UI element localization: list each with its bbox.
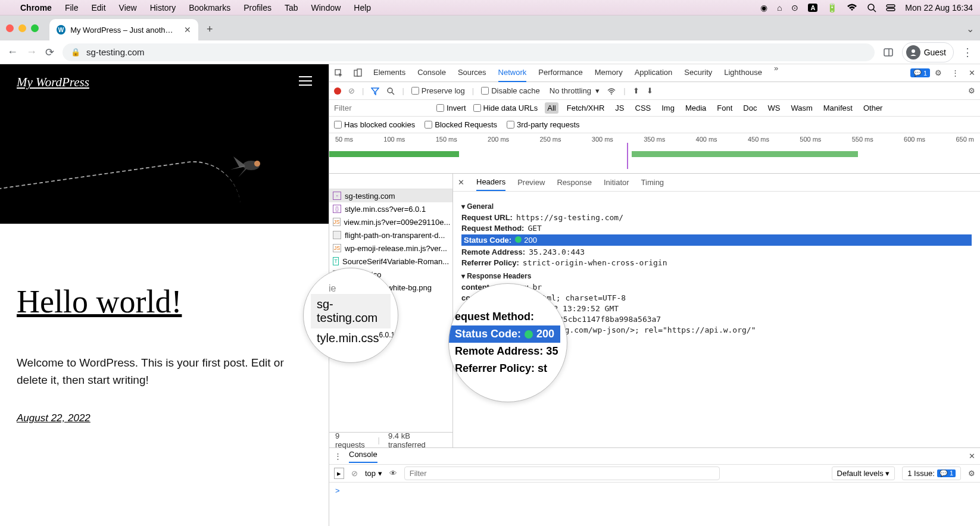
filter-type-other[interactable]: Other	[861, 102, 885, 114]
console-context-select[interactable]: top ▾	[365, 469, 382, 478]
battery-icon[interactable]: 🔋	[827, 3, 837, 12]
status-icon[interactable]: ◉	[760, 3, 767, 12]
hide-data-urls-checkbox[interactable]: Hide data URLs	[473, 104, 538, 112]
filter-type-js[interactable]: JS	[613, 102, 626, 114]
devtools-tab-sources[interactable]: Sources	[458, 64, 486, 82]
throttling-select[interactable]: No throttling ▾	[550, 86, 600, 95]
minimize-window-button[interactable]	[18, 24, 26, 32]
back-button[interactable]: ←	[7, 46, 18, 58]
preserve-log-checkbox[interactable]: Preserve log	[411, 86, 465, 95]
menu-help[interactable]: Help	[354, 3, 371, 12]
import-har-button[interactable]: ⬆	[633, 86, 639, 95]
filter-type-ws[interactable]: WS	[765, 102, 782, 114]
console-settings-button[interactable]: ⚙	[968, 469, 975, 478]
menu-view[interactable]: View	[119, 3, 137, 12]
detail-tab-preview[interactable]: Preview	[517, 174, 545, 190]
menu-bookmarks[interactable]: Bookmarks	[189, 3, 230, 12]
wifi-icon[interactable]	[847, 4, 857, 12]
export-har-button[interactable]: ⬇	[647, 86, 653, 95]
record-button[interactable]	[334, 87, 341, 95]
close-window-button[interactable]	[6, 24, 14, 32]
devtools-tab-console[interactable]: Console	[417, 64, 446, 82]
detail-tab-timing[interactable]: Timing	[641, 174, 664, 190]
filter-type-font[interactable]: Font	[714, 102, 735, 114]
console-issues-button[interactable]: 1 Issue: 💬 1	[902, 466, 961, 480]
profile-button[interactable]: Guest	[902, 42, 954, 62]
address-bar[interactable]: 🔒 sg-testing.com	[63, 43, 875, 61]
post-title[interactable]: Hello world!	[17, 283, 312, 320]
devtools-tab-network[interactable]: Network	[498, 64, 527, 82]
close-tab-button[interactable]: ✕	[184, 25, 191, 35]
disable-cache-checkbox[interactable]: Disable cache	[481, 86, 540, 95]
devtools-settings-button[interactable]: ⚙	[930, 68, 947, 77]
filter-toggle-button[interactable]	[371, 87, 379, 95]
devtools-more-tabs[interactable]: »	[774, 64, 778, 82]
inspect-element-button[interactable]	[329, 68, 348, 78]
third-party-checkbox[interactable]: 3rd-party requests	[507, 120, 580, 129]
menu-file[interactable]: File	[65, 3, 79, 12]
forward-button[interactable]: →	[26, 46, 37, 58]
devtools-tab-elements[interactable]: Elements	[373, 64, 405, 82]
filter-type-wasm[interactable]: Wasm	[788, 102, 814, 114]
issues-badge[interactable]: 💬 1	[910, 68, 930, 77]
live-expression-button[interactable]: 👁	[389, 469, 397, 478]
request-row[interactable]: ▫sg-testing.com	[329, 189, 452, 202]
chrome-menu-button[interactable]: ⋮	[962, 46, 973, 59]
devtools-tab-memory[interactable]: Memory	[595, 64, 623, 82]
search-icon[interactable]	[867, 3, 876, 12]
reload-button[interactable]: ⟳	[45, 46, 54, 59]
status-icon[interactable]: ⊙	[791, 3, 798, 12]
filter-type-manifest[interactable]: Manifest	[821, 102, 855, 114]
console-execute-button[interactable]: ▸	[334, 468, 344, 479]
hamburger-menu-button[interactable]	[299, 76, 312, 86]
network-settings-button[interactable]: ⚙	[968, 86, 975, 95]
clear-button[interactable]: ⊘	[348, 86, 355, 95]
filter-type-doc[interactable]: Doc	[741, 102, 759, 114]
request-row[interactable]: flight-path-on-transparent-d...	[329, 228, 452, 242]
device-toolbar-button[interactable]	[348, 68, 367, 78]
menu-window[interactable]: Window	[311, 3, 341, 12]
drawer-tab-console[interactable]: Console	[349, 450, 377, 463]
invert-checkbox[interactable]: Invert	[436, 104, 466, 112]
request-list-header[interactable]	[329, 174, 452, 189]
response-section-header[interactable]: ▾ Response Headers	[461, 272, 972, 280]
devtools-tab-lighthouse[interactable]: Lighthouse	[724, 64, 762, 82]
devtools-tab-performance[interactable]: Performance	[538, 64, 582, 82]
network-conditions-button[interactable]	[607, 87, 616, 95]
filter-type-img[interactable]: Img	[659, 102, 677, 114]
clock[interactable]: Mon 22 Aug 16:34	[905, 3, 973, 12]
request-row[interactable]: JSview.min.js?ver=009e29110e...	[329, 215, 452, 228]
console-output[interactable]: >	[329, 483, 980, 526]
control-center-icon[interactable]	[886, 4, 895, 12]
request-row[interactable]: TSourceSerif4Variable-Roman...	[329, 255, 452, 268]
tabs-overflow-button[interactable]: ⌄	[966, 23, 974, 35]
search-button[interactable]	[386, 87, 395, 95]
filter-type-media[interactable]: Media	[683, 102, 709, 114]
blocked-requests-checkbox[interactable]: Blocked Requests	[425, 120, 497, 129]
console-filter-input[interactable]	[404, 466, 720, 480]
side-panel-icon[interactable]	[883, 47, 894, 58]
close-detail-button[interactable]: ✕	[458, 178, 464, 187]
devtools-tab-security[interactable]: Security	[684, 64, 712, 82]
request-row[interactable]: JSwp-emoji-release.min.js?ver...	[329, 242, 452, 255]
browser-tab[interactable]: W My WordPress – Just another W ✕	[49, 19, 198, 40]
new-tab-button[interactable]: +	[207, 23, 213, 36]
devtools-menu-button[interactable]: ⋮	[947, 68, 964, 77]
status-icon[interactable]: A	[808, 4, 817, 12]
detail-tab-initiator[interactable]: Initiator	[604, 174, 629, 190]
filter-type-css[interactable]: CSS	[633, 102, 654, 114]
detail-tab-response[interactable]: Response	[557, 174, 592, 190]
drawer-menu-button[interactable]: ⋮	[334, 452, 342, 461]
lock-icon[interactable]: 🔒	[71, 48, 80, 57]
menu-history[interactable]: History	[150, 3, 176, 12]
status-icon[interactable]: ⌂	[777, 3, 782, 12]
network-filter-input[interactable]	[329, 104, 436, 112]
devtools-close-button[interactable]: ✕	[964, 68, 980, 77]
post-date[interactable]: August 22, 2022	[17, 412, 312, 424]
console-clear-button[interactable]: ⊘	[351, 469, 358, 478]
filter-type-fetch[interactable]: Fetch/XHR	[564, 102, 607, 114]
site-title[interactable]: My WordPress	[17, 75, 312, 90]
app-name[interactable]: Chrome	[20, 3, 52, 12]
general-section-header[interactable]: ▾ General	[461, 202, 972, 211]
close-drawer-button[interactable]: ✕	[969, 452, 975, 461]
